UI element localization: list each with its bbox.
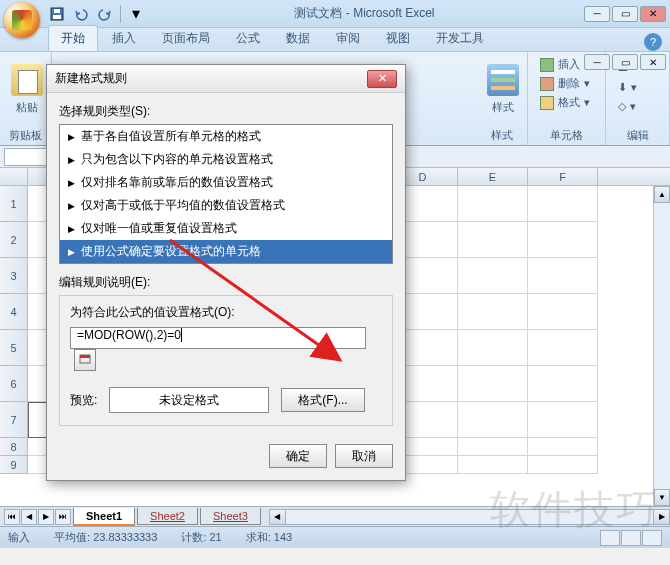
tab-home[interactable]: 开始 — [48, 25, 98, 51]
clipboard-group-label: 剪贴板 — [0, 128, 51, 143]
save-icon[interactable] — [48, 5, 66, 23]
clear-button[interactable]: ◇ ▾ — [614, 99, 661, 114]
bullet-icon: ▶ — [68, 155, 75, 165]
formula-label: 为符合此公式的值设置格式(O): — [70, 304, 382, 321]
delete-cells-button[interactable]: 删除 ▾ — [536, 75, 597, 92]
undo-icon[interactable] — [72, 5, 90, 23]
ribbon-tabs: 开始 插入 页面布局 公式 数据 审阅 视图 开发工具 ? — [0, 28, 670, 52]
cancel-button[interactable]: 取消 — [335, 444, 393, 468]
paste-icon — [11, 64, 43, 96]
row-header[interactable]: 7 — [0, 402, 28, 438]
row-header[interactable]: 3 — [0, 258, 28, 294]
sheet-tabs-bar: ⏮ ◀ ▶ ⏭ Sheet1 Sheet2 Sheet3 ◀ ▶ — [0, 506, 670, 526]
svg-rect-7 — [80, 355, 90, 358]
page-layout-view-button[interactable] — [621, 530, 641, 546]
bullet-icon: ▶ — [68, 132, 75, 142]
next-sheet-button[interactable]: ▶ — [38, 509, 54, 525]
status-count: 计数: 21 — [181, 530, 221, 545]
tab-layout[interactable]: 页面布局 — [150, 26, 222, 51]
new-format-rule-dialog: 新建格式规则 ✕ 选择规则类型(S): ▶基于各自值设置所有单元格的格式 ▶只为… — [46, 64, 406, 481]
rule-item[interactable]: ▶仅对排名靠前或靠后的数值设置格式 — [60, 171, 392, 194]
help-icon[interactable]: ? — [644, 33, 662, 51]
fill-icon: ⬇ — [618, 81, 627, 94]
edit-group-label: 编辑 — [606, 128, 669, 143]
sheet-tab-1[interactable]: Sheet1 — [73, 508, 135, 526]
redo-icon[interactable] — [96, 5, 114, 23]
format-cells-button[interactable]: 格式 ▾ — [536, 94, 597, 111]
minimize-button[interactable]: ─ — [584, 6, 610, 22]
delete-cells-label: 删除 — [558, 76, 580, 91]
col-f[interactable]: F — [528, 168, 598, 185]
rule-item[interactable]: ▶只为包含以下内容的单元格设置格式 — [60, 148, 392, 171]
office-button[interactable] — [4, 2, 40, 38]
qat-dropdown-icon[interactable]: ▾ — [127, 5, 145, 23]
scroll-left-icon[interactable]: ◀ — [270, 510, 286, 524]
dialog-close-button[interactable]: ✕ — [367, 70, 397, 88]
dialog-titlebar[interactable]: 新建格式规则 ✕ — [47, 65, 405, 93]
tab-formula[interactable]: 公式 — [224, 26, 272, 51]
svg-rect-1 — [53, 15, 61, 19]
row-header[interactable]: 4 — [0, 294, 28, 330]
format-preview-box: 未设定格式 — [109, 387, 269, 413]
insert-cells-icon — [540, 58, 554, 72]
styles-button[interactable]: 样式 — [482, 56, 524, 122]
tab-dev[interactable]: 开发工具 — [424, 26, 496, 51]
status-bar: 输入 平均值: 23.83333333 计数: 21 求和: 143 — [0, 526, 670, 548]
close-button[interactable]: ✕ — [640, 6, 666, 22]
window-title: 测试文档 - Microsoft Excel — [145, 5, 584, 22]
doc-restore-button[interactable]: ▭ — [612, 54, 638, 70]
col-e[interactable]: E — [458, 168, 528, 185]
sheet-tab-3[interactable]: Sheet3 — [200, 508, 261, 525]
doc-close-button[interactable]: ✕ — [640, 54, 666, 70]
format-button[interactable]: 格式(F)... — [281, 388, 364, 412]
rule-type-list[interactable]: ▶基于各自值设置所有单元格的格式 ▶只为包含以下内容的单元格设置格式 ▶仅对排名… — [59, 124, 393, 264]
tab-view[interactable]: 视图 — [374, 26, 422, 51]
status-mode: 输入 — [8, 530, 30, 545]
rule-item-selected[interactable]: ▶使用公式确定要设置格式的单元格 — [60, 240, 392, 263]
tab-review[interactable]: 审阅 — [324, 26, 372, 51]
quick-access-toolbar: ▾ — [48, 5, 145, 23]
eraser-icon: ◇ — [618, 100, 626, 113]
vertical-scrollbar[interactable]: ▲ ▼ — [653, 186, 670, 506]
status-sum: 求和: 143 — [246, 530, 292, 545]
page-break-view-button[interactable] — [642, 530, 662, 546]
prev-sheet-button[interactable]: ◀ — [21, 509, 37, 525]
row-header[interactable]: 5 — [0, 330, 28, 366]
paste-button[interactable]: 粘贴 — [6, 56, 48, 122]
select-all-corner[interactable] — [0, 168, 28, 185]
tab-data[interactable]: 数据 — [274, 26, 322, 51]
range-select-button[interactable] — [74, 349, 96, 371]
row-headers: 1 2 3 4 5 6 7 8 9 — [0, 186, 28, 474]
format-cells-icon — [540, 96, 554, 110]
fill-button[interactable]: ⬇ ▾ — [614, 80, 661, 95]
row-header[interactable]: 1 — [0, 186, 28, 222]
scroll-up-icon[interactable]: ▲ — [654, 186, 670, 203]
scroll-down-icon[interactable]: ▼ — [654, 489, 670, 506]
last-sheet-button[interactable]: ⏭ — [55, 509, 71, 525]
row-header[interactable]: 2 — [0, 222, 28, 258]
scroll-right-icon[interactable]: ▶ — [653, 510, 669, 524]
rule-item[interactable]: ▶仅对唯一值或重复值设置格式 — [60, 217, 392, 240]
maximize-button[interactable]: ▭ — [612, 6, 638, 22]
rule-item[interactable]: ▶仅对高于或低于平均值的数值设置格式 — [60, 194, 392, 217]
first-sheet-button[interactable]: ⏮ — [4, 509, 20, 525]
doc-minimize-button[interactable]: ─ — [584, 54, 610, 70]
tab-insert[interactable]: 插入 — [100, 26, 148, 51]
svg-rect-4 — [491, 78, 515, 82]
formula-input[interactable]: =MOD(ROW(),2)=0 — [70, 327, 366, 349]
preview-label: 预览: — [70, 392, 97, 409]
svg-rect-3 — [491, 70, 515, 74]
row-header[interactable]: 9 — [0, 456, 28, 474]
horizontal-scrollbar[interactable]: ◀ ▶ — [269, 509, 670, 525]
sheet-tab-2[interactable]: Sheet2 — [137, 508, 198, 525]
format-cells-label: 格式 — [558, 95, 580, 110]
row-header[interactable]: 8 — [0, 438, 28, 456]
bullet-icon: ▶ — [68, 201, 75, 211]
ok-button[interactable]: 确定 — [269, 444, 327, 468]
rule-item[interactable]: ▶基于各自值设置所有单元格的格式 — [60, 125, 392, 148]
titlebar: ▾ 测试文档 - Microsoft Excel ─ ▭ ✕ — [0, 0, 670, 28]
normal-view-button[interactable] — [600, 530, 620, 546]
styles-icon — [487, 64, 519, 96]
row-header[interactable]: 6 — [0, 366, 28, 402]
bullet-icon: ▶ — [68, 224, 75, 234]
